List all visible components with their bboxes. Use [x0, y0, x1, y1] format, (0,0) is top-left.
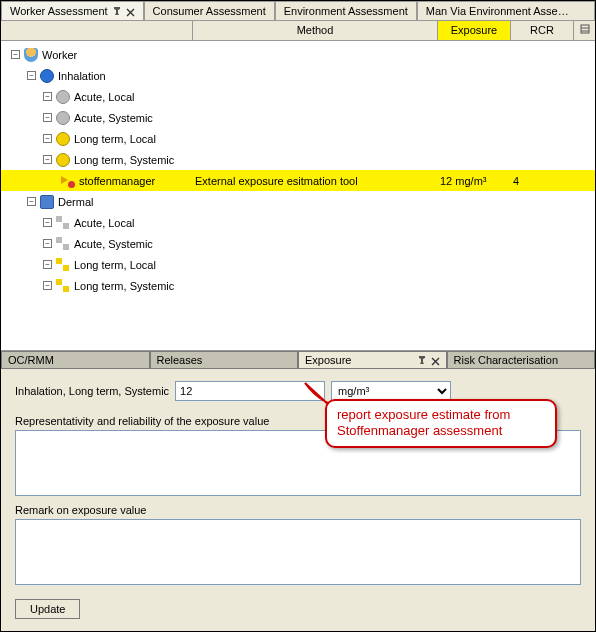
node-label: Acute, Systemic — [74, 112, 153, 124]
collapse-icon[interactable]: − — [43, 134, 52, 143]
node-label: Acute, Local — [74, 217, 135, 229]
tab-environment-assessment[interactable]: Environment Assessment — [275, 1, 417, 20]
subtab-releases[interactable]: Releases — [150, 351, 299, 369]
tab-consumer-assessment[interactable]: Consumer Assessment — [144, 1, 275, 20]
close-icon[interactable] — [126, 7, 135, 16]
collapse-icon[interactable]: − — [43, 281, 52, 290]
worker-icon — [24, 48, 38, 62]
assessment-tree[interactable]: − Worker − Inhalation − Acute, Local − A… — [1, 41, 595, 350]
node-label: Long term, Systemic — [74, 280, 174, 292]
tab-manvia-assessment[interactable]: Man Via Environment Asse… — [417, 1, 595, 20]
remark-label: Remark on exposure value — [15, 504, 581, 516]
tab-label: Worker Assessment — [10, 5, 108, 17]
tree-node-derm-acute-systemic[interactable]: − Acute, Systemic — [1, 233, 595, 254]
close-icon[interactable] — [431, 356, 440, 365]
collapse-icon[interactable]: − — [43, 92, 52, 101]
subtab-label: Risk Characterisation — [454, 354, 559, 366]
dermal-icon — [40, 195, 54, 209]
tree-node-inh-long-local[interactable]: − Long term, Local — [1, 128, 595, 149]
inhalation-icon — [40, 69, 54, 83]
exposure-unit-select[interactable]: mg/m³ — [331, 381, 451, 401]
exposure-path-label: Inhalation, Long term, Systemic — [15, 385, 169, 397]
node-label: Inhalation — [58, 70, 106, 82]
tab-label: Environment Assessment — [284, 5, 408, 17]
endpoint-icon — [56, 216, 70, 230]
leaf-exposure: 12 mg/m³ — [438, 175, 511, 187]
subtab-label: Releases — [157, 354, 203, 366]
node-label: Acute, Local — [74, 91, 135, 103]
node-label: Dermal — [58, 196, 93, 208]
endpoint-icon — [56, 132, 70, 146]
pin-icon[interactable] — [112, 6, 122, 16]
node-label: Long term, Systemic — [74, 154, 174, 166]
leaf-method: External exposure esitmation tool — [193, 175, 438, 187]
tree-node-derm-long-systemic[interactable]: − Long term, Systemic — [1, 275, 595, 296]
pin-icon[interactable] — [417, 355, 427, 365]
endpoint-icon — [56, 111, 70, 125]
node-label: Long term, Local — [74, 259, 156, 271]
subtab-ocrmm[interactable]: OC/RMM — [1, 351, 150, 369]
col-header-method[interactable]: Method — [193, 21, 438, 40]
endpoint-icon — [56, 90, 70, 104]
remark-textarea[interactable] — [15, 519, 581, 585]
collapse-icon[interactable]: − — [43, 218, 52, 227]
tree-node-inh-long-systemic[interactable]: − Long term, Systemic — [1, 149, 595, 170]
endpoint-icon — [56, 279, 70, 293]
tree-node-worker[interactable]: − Worker — [1, 44, 595, 65]
detail-tabs: OC/RMM Releases Exposure Risk Characteri… — [1, 351, 595, 369]
col-header-empty — [1, 21, 193, 40]
annotation-callout: report exposure estimate from Stoffenman… — [325, 399, 557, 448]
tab-label: Man Via Environment Asse… — [426, 5, 569, 17]
tree-node-inh-acute-local[interactable]: − Acute, Local — [1, 86, 595, 107]
endpoint-icon — [56, 153, 70, 167]
col-header-rcr[interactable]: RCR — [511, 21, 574, 40]
assessment-tree-panel: Method Exposure RCR − Worker − Inhalatio… — [1, 21, 595, 351]
node-label: Acute, Systemic — [74, 238, 153, 250]
collapse-icon[interactable]: − — [43, 155, 52, 164]
subtab-risk[interactable]: Risk Characterisation — [447, 351, 596, 369]
collapse-icon[interactable]: − — [43, 260, 52, 269]
col-header-extra[interactable] — [574, 21, 596, 40]
leaf-rcr: 4 — [511, 175, 574, 187]
collapse-icon[interactable]: − — [11, 50, 20, 59]
exposure-form: Inhalation, Long term, Systemic mg/m³ Re… — [1, 369, 595, 631]
leaf-label: stoffenmanager — [79, 175, 155, 187]
exposure-value-input[interactable] — [175, 381, 325, 401]
tree-node-inh-acute-systemic[interactable]: − Acute, Systemic — [1, 107, 595, 128]
collapse-icon[interactable]: − — [43, 113, 52, 122]
tree-column-headers: Method Exposure RCR — [1, 21, 595, 41]
subtab-exposure[interactable]: Exposure — [298, 351, 447, 369]
tree-node-derm-long-local[interactable]: − Long term, Local — [1, 254, 595, 275]
subtab-label: OC/RMM — [8, 354, 54, 366]
endpoint-icon — [56, 258, 70, 272]
tree-node-dermal[interactable]: − Dermal — [1, 191, 595, 212]
update-button[interactable]: Update — [15, 599, 80, 619]
tab-label: Consumer Assessment — [153, 5, 266, 17]
subtab-label: Exposure — [305, 354, 351, 366]
tree-node-derm-acute-local[interactable]: − Acute, Local — [1, 212, 595, 233]
collapse-icon[interactable]: − — [27, 71, 36, 80]
collapse-icon[interactable]: − — [27, 197, 36, 206]
collapse-icon[interactable]: − — [43, 239, 52, 248]
col-header-exposure[interactable]: Exposure — [438, 21, 511, 40]
tree-node-inhalation[interactable]: − Inhalation — [1, 65, 595, 86]
svg-rect-0 — [581, 25, 589, 33]
assessment-tabs: Worker Assessment Consumer Assessment En… — [1, 1, 595, 21]
tab-worker-assessment[interactable]: Worker Assessment — [1, 1, 144, 20]
node-label: Long term, Local — [74, 133, 156, 145]
tool-icon — [61, 174, 75, 188]
tree-leaf-stoffenmanager[interactable]: stoffenmanager External exposure esitmat… — [1, 170, 595, 191]
endpoint-icon — [56, 237, 70, 251]
node-label: Worker — [42, 49, 77, 61]
